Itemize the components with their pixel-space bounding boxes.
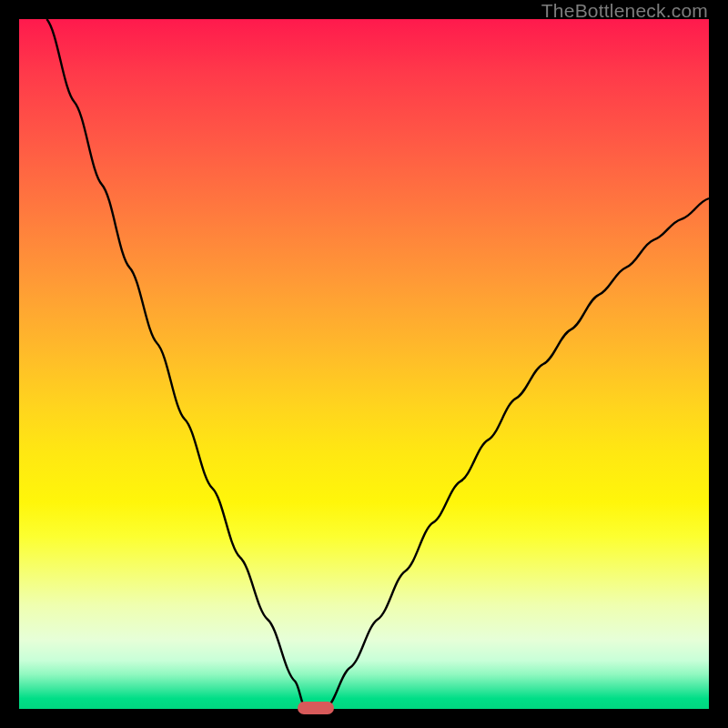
chart-plot-area [19, 19, 709, 709]
curve-left-branch [46, 19, 305, 709]
curve-right-branch [326, 198, 709, 709]
watermark-label: TheBottleneck.com [541, 0, 708, 22]
bottleneck-marker [298, 702, 334, 714]
chart-frame: TheBottleneck.com [0, 0, 728, 728]
bottleneck-curve [19, 19, 709, 709]
